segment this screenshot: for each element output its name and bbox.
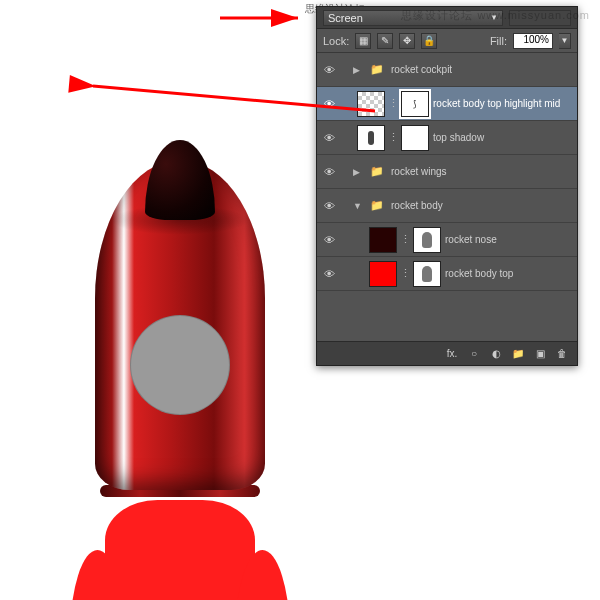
- expand-toggle[interactable]: ▶: [353, 167, 363, 177]
- blend-mode-value: Screen: [328, 12, 363, 24]
- layer-mask-thumb[interactable]: [401, 125, 429, 151]
- visibility-toggle[interactable]: 👁: [317, 234, 341, 246]
- rocket-artwork: [85, 140, 275, 600]
- adjust-button[interactable]: ◐: [487, 346, 505, 362]
- layer-label: rocket nose: [445, 234, 571, 245]
- lock-label: Lock:: [323, 35, 349, 47]
- group-button[interactable]: 📁: [509, 346, 527, 362]
- layer-label: top shadow: [433, 132, 571, 143]
- visibility-toggle[interactable]: 👁: [317, 200, 341, 212]
- expand-toggle[interactable]: ▶: [353, 65, 363, 75]
- watermark: 思缘设计论坛 www.missyuan.com: [401, 8, 590, 23]
- layer-mask-thumb[interactable]: ⟆: [401, 91, 429, 117]
- visibility-toggle[interactable]: 👁: [317, 166, 341, 178]
- rocket-fins: [80, 500, 280, 600]
- layer-mask-thumb[interactable]: [413, 227, 441, 253]
- folder-icon: 📁: [367, 159, 387, 185]
- link-icon: ⋮: [389, 91, 397, 117]
- layers-list: 👁 ▶ 📁 rocket cockpit 👁 ⋮ ⟆ rocket body t…: [317, 53, 577, 341]
- layer-group-rocket-cockpit[interactable]: 👁 ▶ 📁 rocket cockpit: [317, 53, 577, 87]
- visibility-toggle[interactable]: 👁: [317, 132, 341, 144]
- mask-button[interactable]: ○: [465, 346, 483, 362]
- layer-swatch[interactable]: [369, 227, 397, 253]
- layer-label: rocket body top highlight mid: [433, 98, 571, 109]
- fill-input[interactable]: 100%: [513, 33, 553, 49]
- layer-mask-thumb[interactable]: [413, 261, 441, 287]
- layer-group-rocket-wings[interactable]: 👁 ▶ 📁 rocket wings: [317, 155, 577, 189]
- visibility-toggle[interactable]: 👁: [317, 64, 341, 76]
- lock-image-button[interactable]: ✎: [377, 33, 393, 49]
- annotation-arrow-1: [220, 11, 305, 25]
- folder-icon: 📁: [367, 57, 387, 83]
- fx-button[interactable]: fx.: [443, 346, 461, 362]
- link-icon: ⋮: [389, 125, 397, 151]
- canvas: 思缘设计论坛 Screen ▼ Lock: ▦ ✎ ✥ 🔒 Fill: 100%…: [0, 0, 600, 600]
- chevron-down-icon: ▼: [561, 36, 569, 45]
- lock-position-button[interactable]: ✥: [399, 33, 415, 49]
- fill-dropdown[interactable]: ▼: [559, 33, 571, 49]
- delete-button[interactable]: 🗑: [553, 346, 571, 362]
- lock-transparency-button[interactable]: ▦: [355, 33, 371, 49]
- panel-lock-row: Lock: ▦ ✎ ✥ 🔒 Fill: 100% ▼: [317, 29, 577, 53]
- layer-thumb[interactable]: [357, 125, 385, 151]
- link-icon: ⋮: [401, 227, 409, 253]
- expand-toggle[interactable]: ▼: [353, 201, 363, 211]
- layer-label: rocket wings: [391, 166, 571, 177]
- layer-rocket-nose[interactable]: 👁 ⋮ rocket nose: [317, 223, 577, 257]
- rocket-window: [130, 315, 230, 415]
- visibility-toggle[interactable]: 👁: [317, 98, 341, 110]
- link-icon: ⋮: [401, 261, 409, 287]
- visibility-toggle[interactable]: 👁: [317, 268, 341, 280]
- layer-swatch[interactable]: [369, 261, 397, 287]
- layer-label: rocket cockpit: [391, 64, 571, 75]
- layer-rocket-body-top[interactable]: 👁 ⋮ rocket body top: [317, 257, 577, 291]
- rocket-nose: [145, 140, 215, 220]
- panel-footer: fx. ○ ◐ 📁 ▣ 🗑: [317, 341, 577, 365]
- layer-thumb[interactable]: [357, 91, 385, 117]
- layer-group-rocket-body[interactable]: 👁 ▼ 📁 rocket body: [317, 189, 577, 223]
- layer-top-shadow[interactable]: 👁 ⋮ top shadow: [317, 121, 577, 155]
- lock-all-button[interactable]: 🔒: [421, 33, 437, 49]
- layers-panel: Screen ▼ Lock: ▦ ✎ ✥ 🔒 Fill: 100% ▼ 👁 ▶ …: [316, 6, 578, 366]
- layer-label: rocket body: [391, 200, 571, 211]
- layer-rocket-body-top-highlight-mid[interactable]: 👁 ⋮ ⟆ rocket body top highlight mid: [317, 87, 577, 121]
- folder-icon: 📁: [367, 193, 387, 219]
- fill-label: Fill:: [490, 35, 507, 47]
- layer-label: rocket body top: [445, 268, 571, 279]
- new-layer-button[interactable]: ▣: [531, 346, 549, 362]
